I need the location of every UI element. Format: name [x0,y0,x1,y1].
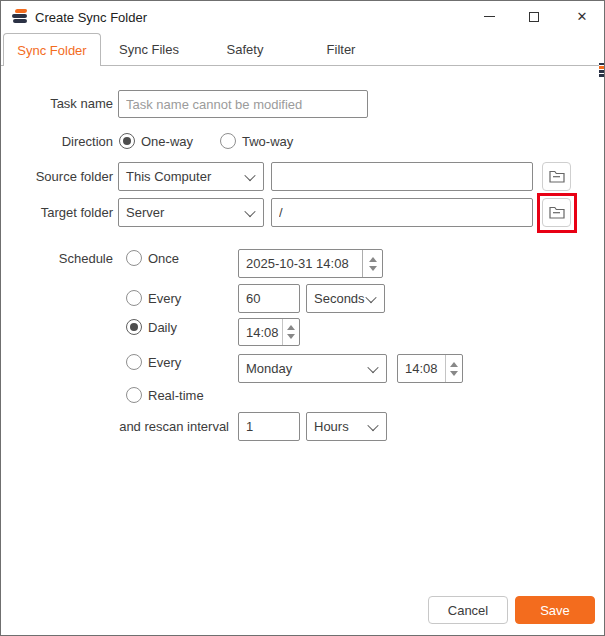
chevron-down-icon [367,361,378,372]
direction-one-way-radio[interactable] [119,133,135,149]
tab-filter-label: Filter [327,42,356,57]
maximize-button[interactable] [519,2,549,31]
target-location-select[interactable]: Server [118,198,264,227]
every-interval-input[interactable] [238,284,300,313]
task-name-input[interactable] [118,90,368,118]
rescan-unit-select[interactable]: Hours [306,412,387,441]
weekly-time-value: 14:08 [405,361,438,376]
tab-sync-files-label: Sync Files [119,42,179,57]
spinner-down-icon [287,334,295,339]
source-location-select[interactable]: This Computer [118,162,264,191]
weekly-time-input[interactable]: 14:08 [397,354,463,383]
schedule-daily-label: Daily [148,320,177,336]
chevron-down-icon [367,419,378,430]
target-location-value: Server [126,205,164,220]
target-folder-label: Target folder [1,205,113,221]
direction-two-way-label: Two-way [242,134,293,150]
direction-two-way-radio[interactable] [220,133,236,149]
rescan-interval-input[interactable] [238,412,300,441]
save-button[interactable]: Save [515,596,595,624]
schedule-daily-radio[interactable] [126,319,142,335]
source-folder-label: Source folder [1,169,113,185]
weekday-select[interactable]: Monday [238,354,387,383]
direction-label: Direction [1,134,113,150]
title-bar: Create Sync Folder ✕ [1,1,604,33]
cancel-button[interactable]: Cancel [428,596,508,624]
schedule-every-radio[interactable] [126,290,142,306]
app-logo-icon [11,9,29,25]
spinner-control[interactable] [282,319,299,345]
every-unit-select[interactable]: Seconds [306,284,385,313]
spinner-control[interactable] [362,250,382,277]
minimize-button[interactable] [474,2,504,31]
spinner-down-icon [450,371,458,376]
chevron-down-icon [244,169,255,180]
schedule-weekly-label: Every [148,355,181,371]
schedule-realtime-radio[interactable] [126,387,142,403]
once-datetime-value: 2025-10-31 14:08 [246,256,349,271]
weekday-value: Monday [246,361,292,376]
tab-safety[interactable]: Safety [197,33,293,65]
spinner-down-icon [369,266,377,271]
create-sync-folder-dialog: Create Sync Folder ✕ Sync Folder Sync Fi… [0,0,605,636]
source-location-value: This Computer [126,169,211,184]
spinner-up-icon [450,362,458,367]
daily-time-value: 14:08 [246,325,279,340]
spinner-up-icon [369,257,377,262]
source-browse-button[interactable] [542,162,571,191]
direction-one-way-label: One-way [141,134,193,150]
minimize-icon [484,16,495,17]
tab-strip: Sync Folder Sync Files Safety Filter [1,33,604,66]
tab-sync-folder-label: Sync Folder [17,43,86,58]
source-path-input[interactable] [271,162,533,191]
clipped-icon-fragment [599,63,604,77]
window-title: Create Sync Folder [35,10,147,25]
folder-icon [549,206,565,219]
once-datetime-input[interactable]: 2025-10-31 14:08 [238,249,383,278]
target-browse-button[interactable] [542,198,571,227]
target-path-input[interactable] [271,198,533,227]
schedule-once-radio[interactable] [126,250,142,266]
tab-filter[interactable]: Filter [293,33,389,65]
tab-sync-folder[interactable]: Sync Folder [3,33,101,66]
schedule-once-label: Once [148,251,179,267]
spinner-control[interactable] [445,355,462,382]
maximize-icon [529,12,539,22]
rescan-unit-value: Hours [314,419,349,434]
spinner-up-icon [287,325,295,330]
schedule-weekly-radio[interactable] [126,354,142,370]
close-button[interactable]: ✕ [567,2,597,31]
schedule-every-label: Every [148,291,181,307]
schedule-realtime-label: Real-time [148,388,204,404]
schedule-label: Schedule [1,251,113,267]
task-name-label: Task name [1,96,113,112]
folder-icon [549,170,565,183]
daily-time-input[interactable]: 14:08 [238,318,300,346]
close-icon: ✕ [577,10,588,23]
every-unit-value: Seconds [314,291,365,306]
rescan-interval-label: and rescan interval [1,419,229,435]
chevron-down-icon [365,291,376,302]
chevron-down-icon [244,205,255,216]
tab-sync-files[interactable]: Sync Files [101,33,197,65]
tab-safety-label: Safety [227,42,264,57]
